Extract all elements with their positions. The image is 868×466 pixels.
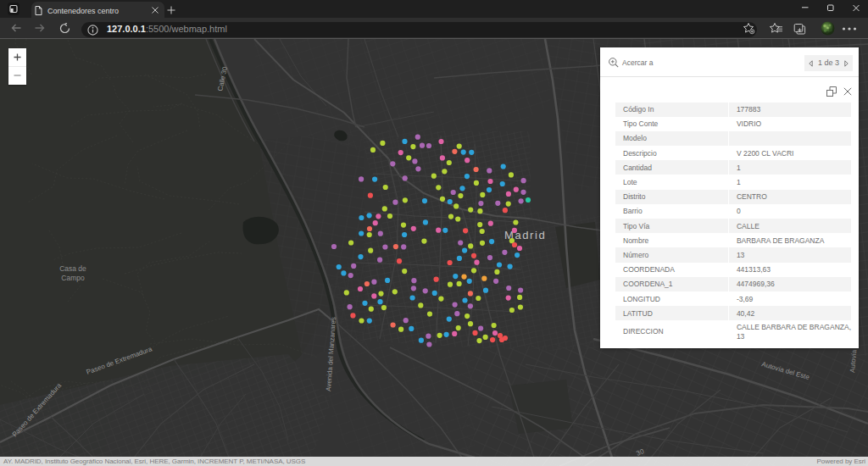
svg-text:Casa de: Casa de — [59, 264, 86, 273]
svg-text:Campo: Campo — [61, 274, 85, 282]
